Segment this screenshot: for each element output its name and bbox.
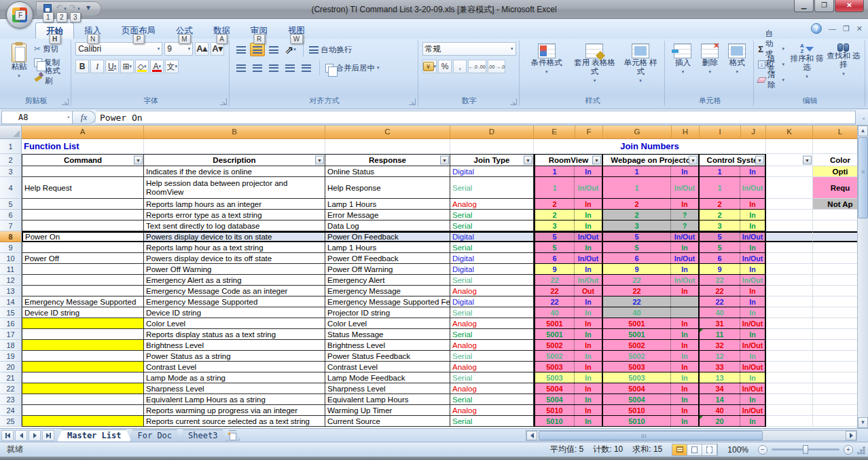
join-header-webpage[interactable]: Webpage on Projecto▼	[603, 154, 700, 166]
cell-B25[interactable]: Reports current source selected as a tex…	[144, 416, 325, 427]
column-header-B[interactable]: B	[144, 126, 325, 139]
cell-E10[interactable]: 6	[535, 253, 574, 263]
fill-color-button[interactable]: ◇▾	[135, 60, 149, 73]
cell-D9[interactable]: Serial	[450, 242, 534, 253]
scroll-down-button[interactable]: ▼	[858, 417, 868, 428]
cell-A5[interactable]	[22, 199, 144, 210]
cell-I5[interactable]: 2	[700, 199, 740, 209]
fill-button[interactable]: ↓填充▾	[758, 58, 784, 71]
cell-D17[interactable]: Serial	[450, 329, 534, 340]
cell-I25[interactable]: 20	[700, 416, 740, 426]
cell-C6[interactable]: Error Message	[325, 210, 450, 221]
page-layout-view-button[interactable]	[687, 444, 702, 455]
cell-I7[interactable]: 3	[700, 221, 740, 231]
cell-G9[interactable]: 5	[603, 242, 670, 252]
cell-K5[interactable]	[766, 199, 813, 210]
cell-A23[interactable]	[22, 394, 144, 405]
cell-D2[interactable]: Join Type▼	[450, 154, 534, 166]
cell-E3[interactable]: 1	[535, 166, 574, 176]
cell-J13[interactable]: In	[740, 286, 765, 296]
row-header-10[interactable]: 10	[0, 253, 22, 264]
cut-button[interactable]: ✂剪切	[34, 42, 68, 56]
cell-B21[interactable]: Lamp Mode as a string	[144, 372, 325, 383]
name-box[interactable]: A8▾	[1, 111, 73, 124]
cell-H4[interactable]: In/Out	[670, 177, 698, 198]
cell-G5[interactable]: 2	[603, 199, 670, 209]
cell-I21[interactable]: 13	[700, 372, 740, 383]
paste-button[interactable]: 粘贴▾	[4, 42, 34, 96]
cell-H15[interactable]	[670, 307, 698, 318]
cell-J11[interactable]: In	[740, 264, 765, 274]
cell-D21[interactable]: Serial	[450, 372, 534, 383]
row-header-25[interactable]: 25	[0, 416, 22, 427]
next-sheet-button[interactable]	[29, 430, 41, 441]
clipboard-dialog-launcher[interactable]	[62, 98, 69, 105]
cell-B18[interactable]: Brightness Level	[144, 340, 325, 351]
tab-data[interactable]: 数据A	[203, 22, 240, 39]
cell-D5[interactable]: Analog	[450, 199, 534, 210]
cell-K6[interactable]	[766, 210, 813, 221]
cell-C4[interactable]: Help Response	[325, 177, 450, 199]
cell-F14[interactable]: In	[574, 296, 602, 307]
filter-button[interactable]: ▼	[315, 156, 324, 165]
column-header-E[interactable]: E	[534, 126, 575, 139]
cell-K15[interactable]	[766, 307, 813, 318]
comma-style-button[interactable]: ,	[453, 60, 467, 73]
row-header-2[interactable]: 2	[0, 154, 22, 166]
cell-G16[interactable]: 5001	[603, 318, 670, 328]
cell-B23[interactable]: Equivalent Lamp Hours as a string	[144, 394, 325, 405]
orientation-button[interactable]: ⇗▾	[283, 43, 297, 56]
cell-A16[interactable]	[22, 318, 144, 329]
cell-E19[interactable]: 5002	[535, 351, 574, 361]
row-header-15[interactable]: 15	[0, 307, 22, 318]
border-button[interactable]: ⊞▾	[120, 60, 134, 73]
format-cells-button[interactable]: 格式▾	[725, 42, 748, 96]
cell-D16[interactable]: Analog	[450, 318, 534, 329]
cell-G18[interactable]: 5002	[603, 340, 670, 350]
cell-K16[interactable]	[766, 318, 813, 329]
cell-B22[interactable]: Sharpness Level	[144, 383, 325, 394]
cell-B5[interactable]: Reports lamp hours as an integer	[144, 199, 325, 210]
cell-J22[interactable]: In/Out	[740, 383, 765, 394]
wrap-text-button[interactable]: 自动换行	[309, 43, 352, 56]
cell-E7[interactable]: 3	[535, 221, 574, 231]
row-header-4[interactable]: 4	[0, 177, 22, 199]
cell-I20[interactable]: 33	[700, 362, 740, 372]
cell-B16[interactable]: Color Level	[144, 318, 325, 329]
column-header-H[interactable]: H	[672, 126, 700, 139]
cell-A6[interactable]	[22, 210, 144, 221]
save-button[interactable]: 1	[41, 3, 54, 15]
underline-button[interactable]: U▾	[105, 60, 119, 73]
cell-F22[interactable]: In	[574, 383, 602, 394]
cell-J15[interactable]: In	[740, 307, 765, 318]
decrease-decimal-button[interactable]: .00 →.0	[488, 60, 506, 73]
cell-J3[interactable]: In	[740, 166, 765, 176]
cell-B7[interactable]: Text sent directly to log database	[144, 221, 325, 231]
cell-K25[interactable]	[766, 416, 813, 427]
cell-A25[interactable]	[22, 416, 144, 427]
cell-G10[interactable]: 6	[603, 253, 670, 263]
cell-F8[interactable]: In/Out	[574, 233, 602, 241]
cell-G8[interactable]: 5	[603, 233, 670, 241]
cell-D23[interactable]: Serial	[450, 394, 534, 405]
scroll-left-button[interactable]	[526, 431, 537, 440]
cell-styles-button[interactable]: 单元格 样式▾	[620, 42, 661, 96]
column-header-I[interactable]: I	[700, 126, 741, 139]
cell-G20[interactable]: 5003	[603, 362, 670, 372]
formula-input[interactable]: Power On	[96, 111, 856, 124]
cell-B4[interactable]: Help session data between projector and …	[144, 177, 325, 199]
cell-J12[interactable]: In/Out	[740, 275, 765, 285]
bold-button[interactable]: B	[75, 60, 89, 73]
cell-I13[interactable]: 22	[700, 286, 740, 296]
cell-H18[interactable]: In	[670, 340, 698, 350]
cell-K2[interactable]: ▼	[766, 154, 813, 166]
cell-B2[interactable]: Description▼	[144, 154, 325, 166]
cell-K21[interactable]	[766, 372, 813, 383]
cell-H10[interactable]: In/Out	[670, 253, 698, 263]
cell-F23[interactable]: In	[574, 394, 602, 404]
cell-K12[interactable]	[766, 275, 813, 286]
cell-C22[interactable]: Sharpness Level	[325, 383, 450, 394]
cell-I11[interactable]: 9	[700, 264, 740, 274]
cell-H21[interactable]: In	[670, 372, 698, 383]
cell-K8[interactable]	[766, 231, 813, 242]
